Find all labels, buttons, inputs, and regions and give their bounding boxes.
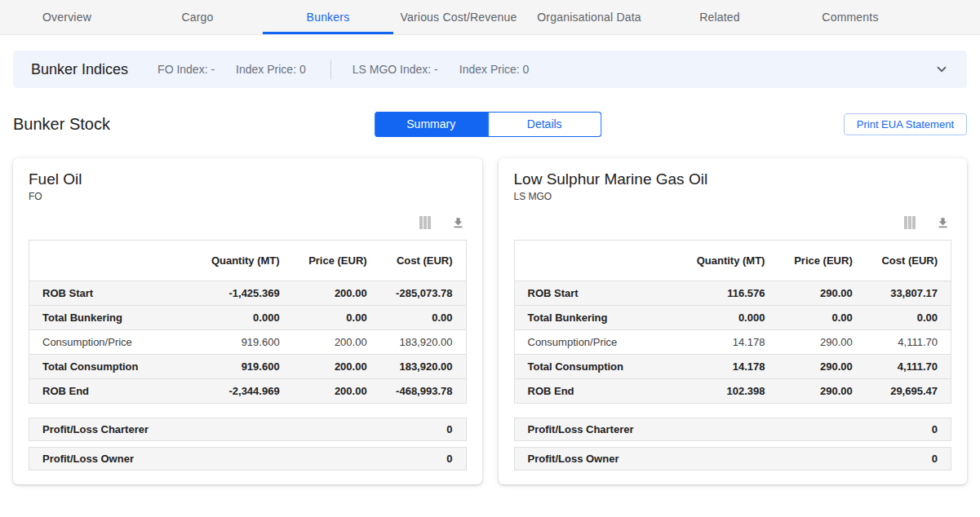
row-price: 200.00 (293, 281, 380, 306)
card-title: Low Sulphur Marine Gas Oil (514, 170, 952, 188)
table-row-total-consumption: Total Consumption 919.600 200.00 183,920… (29, 355, 467, 379)
column-header-cost: Cost (EUR) (866, 241, 951, 281)
row-quantity: 102.398 (680, 379, 778, 404)
column-header-quantity: Quantity (MT) (195, 241, 293, 281)
table-row-rob-start: ROB Start 116.576 290.00 33,807.17 (514, 281, 951, 306)
download-icon[interactable] (451, 216, 465, 230)
columns-icon[interactable] (903, 216, 916, 229)
profit-loss-value: 0 (446, 423, 452, 435)
summary-toggle-button[interactable]: Summary (375, 112, 488, 137)
fo-index-price-value: Index Price: 0 (236, 63, 306, 76)
row-quantity: 14.178 (680, 355, 778, 379)
lsmgo-index-value: LS MGO Index: - (353, 63, 438, 76)
chevron-down-icon[interactable] (934, 62, 949, 77)
table-row-rob-end: ROB End 102.398 290.00 29,695.47 (514, 379, 951, 404)
profit-loss-label: Profit/Loss Charterer (42, 423, 149, 435)
ls-mgo-card: Low Sulphur Marine Gas Oil LS MGO Quanti… (499, 158, 968, 484)
table-row-total-consumption: Total Consumption 14.178 290.00 4,111.70 (514, 355, 951, 379)
card-title: Fuel Oil (29, 170, 467, 188)
row-cost: -285,073.78 (380, 281, 466, 306)
table-row-total-bunkering: Total Bunkering 0.000 0.00 0.00 (29, 306, 467, 330)
tab-comments[interactable]: Comments (785, 0, 916, 34)
row-cost: 183,920.00 (380, 355, 466, 379)
lsmgo-index-price-value: Index Price: 0 (459, 63, 530, 76)
profit-loss-label: Profit/Loss Charterer (528, 423, 634, 435)
fuel-oil-card: Fuel Oil FO Quantity (MT) Price (EUR) Co… (13, 158, 482, 484)
table-row-total-bunkering: Total Bunkering 0.000 0.00 0.00 (514, 306, 951, 330)
ls-mgo-table: Quantity (MT) Price (EUR) Cost (EUR) ROB… (514, 240, 952, 404)
profit-loss-charterer-row: Profit/Loss Charterer 0 (514, 418, 952, 441)
row-label: ROB End (514, 379, 680, 404)
card-actions (29, 215, 465, 230)
row-label: Total Bunkering (29, 306, 195, 330)
table-row-rob-end: ROB End -2,344.969 200.00 -468,993.78 (29, 379, 467, 404)
row-label: Total Consumption (514, 355, 680, 379)
row-cost: 0.00 (866, 306, 951, 330)
column-header-price: Price (EUR) (293, 241, 380, 281)
row-price: 290.00 (778, 330, 865, 355)
row-cost: 29,695.47 (866, 379, 951, 404)
row-price: 0.00 (778, 306, 865, 330)
column-header-blank (514, 241, 680, 281)
row-label: Total Bunkering (514, 306, 680, 330)
row-cost: 4,111.70 (866, 330, 951, 355)
row-price: 200.00 (293, 379, 380, 404)
profit-loss-label: Profit/Loss Owner (528, 453, 619, 465)
summary-details-toggle: Summary Details (375, 112, 601, 137)
row-price: 290.00 (778, 281, 865, 306)
profit-loss-label: Profit/Loss Owner (42, 453, 134, 465)
table-row-consumption-price: Consumption/Price 919.600 200.00 183,920… (29, 330, 467, 355)
download-icon[interactable] (936, 216, 950, 230)
row-quantity: 919.600 (195, 355, 293, 379)
row-quantity: 0.000 (680, 306, 778, 330)
row-label: ROB End (29, 379, 195, 404)
card-subtitle: LS MGO (514, 191, 952, 202)
tab-various-cost-revenue[interactable]: Various Cost/Revenue (393, 0, 524, 34)
column-header-blank (29, 241, 195, 281)
tab-organisational-data[interactable]: Organisational Data (524, 0, 654, 34)
row-cost: 183,920.00 (380, 330, 466, 355)
row-price: 290.00 (778, 355, 865, 379)
profit-loss-owner-row: Profit/Loss Owner 0 (29, 447, 467, 471)
print-eua-statement-button[interactable]: Print EUA Statement (844, 113, 967, 135)
row-quantity: 14.178 (680, 330, 778, 355)
bunker-stock-header: Bunker Stock Summary Details Print EUA S… (13, 111, 967, 137)
table-row-rob-start: ROB Start -1,425.369 200.00 -285,073.78 (29, 281, 467, 306)
column-header-cost: Cost (EUR) (380, 241, 466, 281)
bunker-indices-title: Bunker Indices (31, 61, 128, 78)
row-cost: 0.00 (380, 306, 466, 330)
table-row-consumption-price: Consumption/Price 14.178 290.00 4,111.70 (514, 330, 951, 355)
top-tab-bar: Overview Cargo Bunkers Various Cost/Reve… (0, 0, 980, 35)
columns-icon[interactable] (419, 216, 432, 229)
row-price: 290.00 (778, 379, 865, 404)
row-cost: 4,111.70 (866, 355, 951, 379)
table-header-row: Quantity (MT) Price (EUR) Cost (EUR) (29, 241, 467, 281)
row-label: ROB Start (29, 281, 195, 306)
row-cost: -468,993.78 (380, 379, 466, 404)
profit-loss-value: 0 (932, 423, 938, 435)
details-toggle-button[interactable]: Details (488, 112, 601, 137)
row-label: Consumption/Price (29, 330, 195, 355)
row-quantity: 919.600 (195, 330, 293, 355)
tab-cargo[interactable]: Cargo (132, 0, 263, 34)
row-label: ROB Start (514, 281, 680, 306)
row-quantity: 0.000 (195, 306, 293, 330)
column-header-price: Price (EUR) (778, 241, 865, 281)
row-quantity: 116.576 (680, 281, 778, 306)
tab-bunkers[interactable]: Bunkers (263, 0, 393, 34)
column-header-quantity: Quantity (MT) (680, 241, 778, 281)
page-title: Bunker Stock (13, 115, 110, 134)
profit-loss-value: 0 (932, 453, 938, 465)
row-price: 0.00 (293, 306, 380, 330)
tab-related[interactable]: Related (654, 0, 785, 34)
table-header-row: Quantity (MT) Price (EUR) Cost (EUR) (514, 241, 951, 281)
profit-loss-value: 0 (446, 453, 452, 465)
row-quantity: -2,344.969 (195, 379, 293, 404)
bunker-cards-row: Fuel Oil FO Quantity (MT) Price (EUR) Co… (13, 158, 967, 484)
card-subtitle: FO (29, 191, 467, 202)
row-label: Consumption/Price (514, 330, 680, 355)
tab-overview[interactable]: Overview (2, 0, 132, 34)
row-price: 200.00 (293, 330, 380, 355)
bunker-indices-bar[interactable]: Bunker Indices FO Index: - Index Price: … (13, 51, 967, 88)
row-quantity: -1,425.369 (195, 281, 293, 306)
